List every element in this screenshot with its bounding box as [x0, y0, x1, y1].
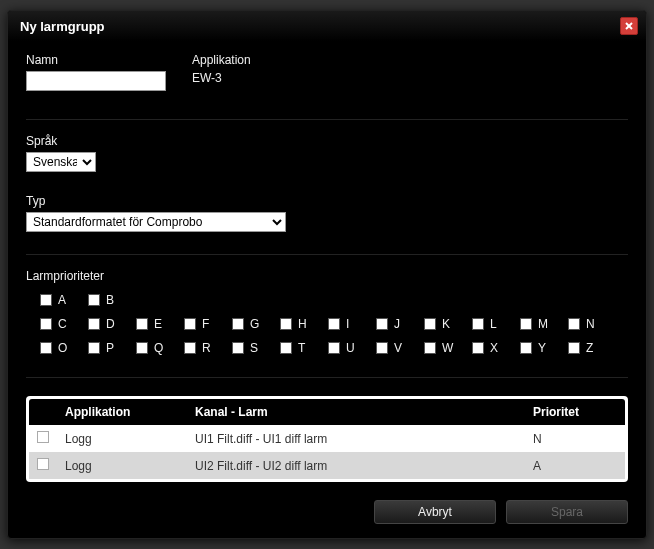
priority-checkbox-f[interactable]	[184, 318, 196, 330]
priority-label-b: B	[106, 293, 114, 307]
priority-checkbox-c[interactable]	[40, 318, 52, 330]
priority-checkbox-x[interactable]	[472, 342, 484, 354]
priority-item-k: K	[424, 317, 472, 331]
priority-checkbox-m[interactable]	[520, 318, 532, 330]
cell-prio: A	[525, 452, 625, 479]
row-checkbox[interactable]	[37, 458, 49, 470]
priority-checkbox-u[interactable]	[328, 342, 340, 354]
row-checkbox-cell	[29, 425, 57, 452]
name-label: Namn	[26, 53, 166, 67]
priority-label-e: E	[154, 317, 162, 331]
priority-item-a: A	[40, 293, 88, 307]
priority-label-g: G	[250, 317, 259, 331]
priority-checkbox-a[interactable]	[40, 294, 52, 306]
priority-checkbox-h[interactable]	[280, 318, 292, 330]
priority-checkbox-r[interactable]	[184, 342, 196, 354]
priority-checkbox-y[interactable]	[520, 342, 532, 354]
priority-checkbox-n[interactable]	[568, 318, 580, 330]
priority-checkbox-p[interactable]	[88, 342, 100, 354]
table-header-row: Applikation Kanal - Larm Prioritet	[29, 399, 625, 425]
priority-row-2: CDEFGHIJKLMN	[40, 317, 628, 331]
table-container: Applikation Kanal - Larm Prioritet LoggU…	[26, 396, 628, 482]
lang-select[interactable]: Svenska	[26, 152, 96, 172]
priority-checkbox-q[interactable]	[136, 342, 148, 354]
priority-item-v: V	[376, 341, 424, 355]
name-input[interactable]	[26, 71, 166, 91]
priority-item-f: F	[184, 317, 232, 331]
row-checkbox[interactable]	[37, 431, 49, 443]
priority-label-r: R	[202, 341, 211, 355]
priority-item-q: Q	[136, 341, 184, 355]
priority-label-s: S	[250, 341, 258, 355]
priority-label-p: P	[106, 341, 114, 355]
section-type: Typ Standardformatet för Comprobo	[26, 194, 628, 232]
cell-app: Logg	[57, 452, 187, 479]
priority-label-x: X	[490, 341, 498, 355]
priority-grid: AB CDEFGHIJKLMN OPQRSTUVWXYZ	[26, 293, 628, 355]
priority-checkbox-g[interactable]	[232, 318, 244, 330]
priority-checkbox-s[interactable]	[232, 342, 244, 354]
priority-item-o: O	[40, 341, 88, 355]
priority-item-z: Z	[568, 341, 616, 355]
table-row[interactable]: LoggUI1 Filt.diff - UI1 diff larmN	[29, 425, 625, 452]
priority-item-j: J	[376, 317, 424, 331]
priority-item-t: T	[280, 341, 328, 355]
cancel-button[interactable]: Avbryt	[374, 500, 496, 524]
dialog-footer: Avbryt Spara	[26, 482, 628, 524]
priority-label-y: Y	[538, 341, 546, 355]
priority-checkbox-z[interactable]	[568, 342, 580, 354]
priority-label-n: N	[586, 317, 595, 331]
priority-checkbox-l[interactable]	[472, 318, 484, 330]
cell-kanal: UI2 Filt.diff - UI2 diff larm	[187, 452, 525, 479]
priority-checkbox-b[interactable]	[88, 294, 100, 306]
table-row[interactable]: LoggUI2 Filt.diff - UI2 diff larmA	[29, 452, 625, 479]
priority-checkbox-o[interactable]	[40, 342, 52, 354]
row-name-app: Namn Applikation EW-3	[26, 53, 628, 91]
priority-checkbox-d[interactable]	[88, 318, 100, 330]
cell-prio: N	[525, 425, 625, 452]
priority-label-v: V	[394, 341, 402, 355]
close-icon	[624, 21, 634, 31]
priority-checkbox-t[interactable]	[280, 342, 292, 354]
priority-label-w: W	[442, 341, 453, 355]
prio-label: Larmprioriteter	[26, 269, 628, 283]
cell-kanal: UI1 Filt.diff - UI1 diff larm	[187, 425, 525, 452]
priority-item-n: N	[568, 317, 616, 331]
save-button[interactable]: Spara	[506, 500, 628, 524]
titlebar: Ny larmgrupp	[8, 11, 646, 41]
priority-checkbox-i[interactable]	[328, 318, 340, 330]
priority-item-e: E	[136, 317, 184, 331]
typ-select[interactable]: Standardformatet för Comprobo	[26, 212, 286, 232]
priority-label-z: Z	[586, 341, 593, 355]
close-button[interactable]	[620, 17, 638, 35]
priority-checkbox-v[interactable]	[376, 342, 388, 354]
priority-checkbox-k[interactable]	[424, 318, 436, 330]
priority-item-i: I	[328, 317, 376, 331]
priority-checkbox-j[interactable]	[376, 318, 388, 330]
priority-label-f: F	[202, 317, 209, 331]
priority-item-d: D	[88, 317, 136, 331]
priority-label-c: C	[58, 317, 67, 331]
priority-item-m: M	[520, 317, 568, 331]
priority-item-s: S	[232, 341, 280, 355]
priority-label-h: H	[298, 317, 307, 331]
priority-label-t: T	[298, 341, 305, 355]
priority-row-1: AB	[40, 293, 628, 307]
priority-label-d: D	[106, 317, 115, 331]
priority-row-3: OPQRSTUVWXYZ	[40, 341, 628, 355]
priority-item-b: B	[88, 293, 136, 307]
priority-label-o: O	[58, 341, 67, 355]
typ-label: Typ	[26, 194, 628, 208]
priority-item-x: X	[472, 341, 520, 355]
priority-checkbox-e[interactable]	[136, 318, 148, 330]
dialog: Ny larmgrupp Namn Applikation EW-3 Språk…	[7, 10, 647, 539]
priority-label-u: U	[346, 341, 355, 355]
priority-item-p: P	[88, 341, 136, 355]
cell-app: Logg	[57, 425, 187, 452]
priority-item-c: C	[40, 317, 88, 331]
priority-label-l: L	[490, 317, 497, 331]
col-app: Applikation	[57, 399, 187, 425]
priority-item-u: U	[328, 341, 376, 355]
priority-item-y: Y	[520, 341, 568, 355]
priority-checkbox-w[interactable]	[424, 342, 436, 354]
